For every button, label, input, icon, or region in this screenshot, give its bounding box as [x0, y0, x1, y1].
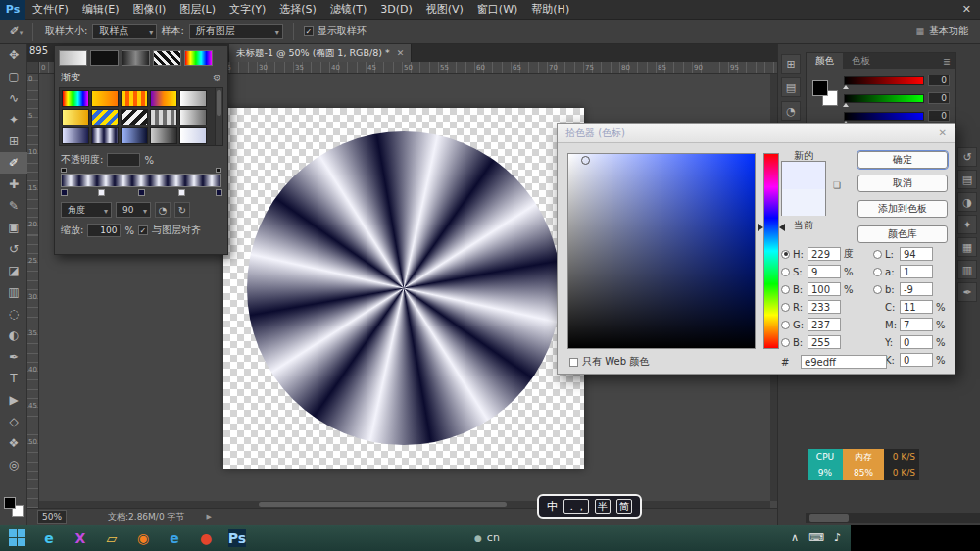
tray-chevron-icon[interactable]: ∧ [791, 531, 799, 544]
tab-color[interactable]: 颜色 [807, 53, 843, 69]
crop-tool[interactable]: ⊞ [0, 130, 27, 152]
hue-slider[interactable] [763, 153, 779, 349]
histogram-panel-icon[interactable]: ▤ [781, 77, 801, 97]
slider-track[interactable] [844, 112, 924, 121]
dialog-title-bar[interactable]: 拾色器 (色标) ✕ [558, 124, 955, 143]
zoom-tool[interactable]: ◎ [0, 454, 27, 476]
ime-button[interactable]: 半 [595, 499, 611, 514]
slider-track[interactable] [844, 76, 924, 85]
menu-item[interactable]: 3D(D) [373, 0, 419, 20]
menu-item[interactable]: 图层(L) [172, 0, 222, 20]
tab-swatches[interactable]: 色板 [843, 53, 879, 69]
gradient-preset[interactable] [150, 109, 177, 125]
status-menu-arrow[interactable]: ▶ [206, 513, 211, 521]
recent-gradient-swatch[interactable] [122, 50, 150, 66]
reverse-icon[interactable]: ↻ [174, 202, 190, 218]
gradient-preset[interactable] [179, 109, 207, 125]
recent-gradient-swatch[interactable] [90, 50, 119, 66]
field-input[interactable]: 7 [900, 318, 933, 331]
zoom-level-input[interactable]: 50% [37, 510, 67, 524]
field-input[interactable]: 100 [808, 282, 841, 296]
blue-slider[interactable]: 0 [844, 110, 950, 122]
workspace-switcher[interactable]: ▦基本功能 [915, 25, 968, 38]
browser-icon[interactable]: ● [190, 525, 221, 551]
tab-close-icon[interactable]: ✕ [397, 48, 405, 58]
gradient-stop[interactable] [138, 189, 145, 196]
properties-panel-icon[interactable]: ▤ [957, 170, 977, 189]
gradient-preset[interactable] [179, 90, 207, 107]
gear-icon[interactable]: ⚙ [213, 73, 221, 83]
lasso-tool[interactable]: ∿ [0, 87, 27, 109]
align-with-layer-checkbox[interactable]: ✓与图层对齐 [138, 224, 201, 237]
file-explorer-icon[interactable]: ▱ [96, 525, 127, 551]
brush-tool[interactable]: ✎ [0, 195, 27, 217]
scale-input[interactable]: 100 [87, 224, 121, 237]
field-radio[interactable] [781, 268, 790, 276]
field-input[interactable]: 255 [808, 335, 841, 349]
field-input[interactable]: 237 [808, 318, 841, 331]
horizontal-scrollbar[interactable] [39, 501, 770, 508]
menu-item[interactable]: 文字(Y) [222, 0, 272, 20]
eraser-tool[interactable]: ◪ [0, 260, 27, 281]
field-input[interactable]: 0 [900, 335, 933, 349]
current-tool-icon[interactable]: ✐▾ [0, 23, 33, 41]
history-brush-tool[interactable]: ↺ [0, 238, 27, 260]
gradient-tool[interactable]: ▥ [0, 281, 27, 303]
field-radio[interactable] [781, 285, 790, 294]
gradient-stop[interactable] [216, 189, 222, 196]
field-input[interactable]: 0 [900, 353, 933, 367]
type-tool[interactable]: T [0, 368, 27, 389]
menu-item[interactable]: 滤镜(T) [323, 0, 373, 20]
ime-button[interactable]: 简 [616, 499, 632, 514]
x-app-icon[interactable]: X [65, 525, 96, 551]
menu-item[interactable]: 选择(S) [272, 0, 323, 20]
navigator-panel-icon[interactable]: ⊞ [781, 54, 801, 74]
info-panel-icon[interactable]: ◔ [781, 101, 801, 121]
color-field-marker[interactable] [581, 156, 590, 165]
menu-item[interactable]: 帮助(H) [524, 0, 576, 20]
adjustments-panel-icon[interactable]: ◑ [957, 192, 977, 212]
hue-slider-arrow[interactable] [758, 224, 763, 231]
gradient-preset[interactable] [121, 90, 148, 107]
gradient-preset[interactable] [62, 90, 89, 107]
eyedropper-tool[interactable]: ✐ [0, 152, 27, 174]
angle-dial-icon[interactable]: ◔ [155, 202, 171, 218]
sample-size-dropdown[interactable]: 取样点▾ [92, 24, 157, 39]
canvas[interactable] [223, 108, 584, 469]
dialog-close-icon[interactable]: ✕ [939, 124, 955, 142]
field-radio[interactable] [781, 321, 790, 329]
tray-volume-icon[interactable]: ♪ [834, 531, 841, 544]
sample-layers-dropdown[interactable]: 所有图层▾ [189, 24, 283, 39]
gradient-preset[interactable] [121, 127, 148, 144]
field-input[interactable]: 94 [900, 247, 933, 261]
opacity-input[interactable] [107, 153, 140, 167]
gradient-preview-bar[interactable] [61, 174, 221, 187]
ok-button[interactable]: 确定 [858, 151, 948, 169]
gradient-stop[interactable] [98, 189, 105, 196]
channels-panel-icon[interactable]: ▥ [957, 260, 977, 279]
color-field[interactable] [567, 153, 756, 349]
foreground-color-swatch[interactable] [812, 80, 828, 96]
add-to-swatches-button[interactable]: 添加到色板 [858, 200, 948, 218]
path-selection-tool[interactable]: ▶ [0, 389, 27, 411]
layers-panel-icon[interactable]: ▦ [957, 237, 977, 257]
hex-input[interactable]: e9edff [801, 355, 887, 369]
web-colors-checkbox[interactable]: 只有 Web 颜色 [569, 355, 649, 369]
gradient-preset[interactable] [91, 127, 119, 144]
hand-tool[interactable]: ❖ [0, 432, 27, 454]
field-radio[interactable] [781, 250, 790, 259]
gradient-preset[interactable] [150, 127, 177, 144]
gradient-stop[interactable] [178, 189, 185, 196]
blur-tool[interactable]: ◌ [0, 303, 27, 325]
field-input[interactable]: 1 [900, 265, 933, 278]
ie-icon[interactable]: e [159, 525, 190, 551]
field-input[interactable]: 229 [808, 247, 841, 261]
quick-selection-tool[interactable]: ✦ [0, 109, 27, 130]
window-close-icon[interactable]: ✕ [954, 3, 980, 16]
firefox-icon[interactable]: ◉ [127, 525, 159, 551]
marquee-tool[interactable]: ▢ [0, 66, 27, 87]
photoshop-icon[interactable]: Ps [221, 525, 253, 551]
styles-panel-icon[interactable]: ✦ [957, 215, 977, 234]
opacity-stop[interactable] [216, 168, 221, 173]
tray-keyboard-icon[interactable]: ⌨ [808, 531, 824, 544]
